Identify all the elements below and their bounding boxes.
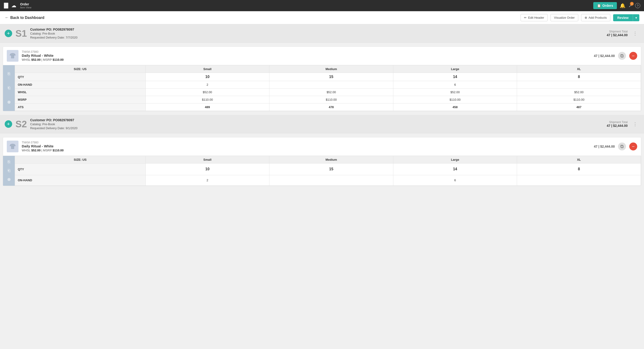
edit-header-label: Edit Header <box>528 16 544 19</box>
notification-button[interactable]: 🔔 <box>620 3 626 8</box>
size-cell-s2-0-1-3 <box>517 175 641 185</box>
product-image-s2-0 <box>7 141 18 152</box>
size-grid-container-s1-0: ⎘⎗⊗SIZE: USSmallMediumLargeXLQTY1015148O… <box>3 65 641 111</box>
size-cell-s1-0-0-1[interactable]: 15 <box>270 73 393 81</box>
size-header-s1-0-4: XL <box>517 65 641 73</box>
help-icon: ? <box>635 3 640 8</box>
size-cell-s2-0-1-1 <box>270 175 393 185</box>
copy-row-icon-button-s1-0[interactable]: ⎘ <box>6 70 12 78</box>
paste-row-icon-button-s2-0[interactable]: ⎗ <box>6 166 12 175</box>
size-cell-s1-0-0-0[interactable]: 10 <box>146 73 270 81</box>
main-content: + S1 Customer PO: PO082978097 Catalog: P… <box>0 24 644 186</box>
shipment-total-label-s1: Shipment Total <box>606 30 628 33</box>
size-header-s2-0-3: Large <box>393 156 517 164</box>
visualize-order-label: Visualize Order <box>554 16 575 19</box>
visualize-order-button[interactable]: Visualize Order <box>550 14 578 21</box>
shipment-header-s2: + S2 Customer PO: PO082978097 Catalog: P… <box>0 115 644 133</box>
orders-label: Orders <box>602 4 613 7</box>
size-cell-s1-0-4-0: 489 <box>146 103 270 111</box>
copy-product-button-s1-0[interactable] <box>618 52 626 60</box>
copy-product-button-s2-0[interactable] <box>618 142 626 150</box>
copy-icon <box>620 145 624 148</box>
add-to-shipment-s2-button[interactable]: + <box>5 120 12 128</box>
clear-row-icon: ⊗ <box>7 99 11 105</box>
nav-title-subtitle: Item View <box>20 6 31 9</box>
orders-icon: 📋 <box>597 4 601 7</box>
back-arrow-icon: ← <box>5 15 9 20</box>
product-row-s1-0: TNKM-37980 Daily Ritual - White WHSL $52… <box>3 47 641 65</box>
size-header-s2-0-4: XL <box>517 156 641 164</box>
remove-icon: − <box>632 53 635 58</box>
product-name-s1-0: Daily Ritual - White <box>22 53 590 57</box>
size-cell-s1-0-2-0: $52.00 <box>146 88 270 96</box>
grid-side-actions-s1-0: ⎘⎗⊗ <box>3 65 15 111</box>
product-row-s2-0: TNKM-37980 Daily Ritual - White WHSL $52… <box>3 137 641 156</box>
size-table-s2-0: SIZE: USSmallMediumLargeXLQTY1015148ON-H… <box>15 156 641 186</box>
size-header-s1-0-0: SIZE: US <box>15 65 146 73</box>
size-cell-s1-0-1-3 <box>517 81 641 88</box>
review-button-group: Review ▾ <box>613 14 639 21</box>
remove-product-button-s1-0[interactable]: − <box>629 52 637 60</box>
share-button[interactable]: ↗ 3 <box>628 3 632 8</box>
orders-button[interactable]: 📋 Orders <box>593 2 617 9</box>
product-qty-price-s1-0: 47 | $2,444.00 <box>594 54 615 58</box>
product-name-s2-0: Daily Ritual - White <box>22 144 590 148</box>
size-cell-s1-0-3-1: $110.00 <box>270 96 393 103</box>
copy-icon <box>620 54 624 58</box>
paste-row-icon-button-s1-0[interactable]: ⎗ <box>6 84 12 92</box>
size-cell-s1-0-3-2: $110.00 <box>393 96 517 103</box>
help-button[interactable]: ? <box>635 3 640 8</box>
product-image-s1-0 <box>7 50 18 62</box>
shipment-po-s1: Customer PO: PO082978097 <box>30 27 78 31</box>
paste-row-icon: ⎗ <box>8 168 10 173</box>
size-row-label-s2-0-0: QTY <box>15 164 146 175</box>
clear-row-icon-button-s1-0[interactable]: ⊗ <box>6 98 13 106</box>
size-cell-s1-0-1-2: 6 <box>393 81 517 88</box>
shipment-details-s1: Customer PO: PO082978097 Catalog: Pre-Bo… <box>30 27 78 39</box>
shipment-header-s1: + S1 Customer PO: PO082978097 Catalog: P… <box>0 24 644 43</box>
size-cell-s1-0-4-3: 487 <box>517 103 641 111</box>
review-button[interactable]: Review <box>613 14 633 21</box>
size-header-s2-0-0: SIZE: US <box>15 156 146 164</box>
back-to-dashboard-button[interactable]: ← Back to Dashboard <box>5 15 44 20</box>
review-dropdown-button[interactable]: ▾ <box>633 14 639 21</box>
remove-icon: − <box>632 144 635 149</box>
size-cell-s1-0-0-3[interactable]: 8 <box>517 73 641 81</box>
size-cell-s2-0-0-3[interactable]: 8 <box>517 164 641 175</box>
hamburger-menu-button[interactable]: ☰ <box>4 2 8 9</box>
shipment-more-button-s1[interactable]: ⋮ <box>631 30 639 37</box>
review-dropdown-icon: ▾ <box>635 16 637 20</box>
size-row-label-s1-0-2: WHSL <box>15 88 146 96</box>
size-cell-s1-0-2-1: $52.00 <box>270 88 393 96</box>
edit-icon: ✏ <box>524 16 526 19</box>
remove-product-button-s2-0[interactable]: − <box>629 142 637 150</box>
size-cell-s2-0-0-0[interactable]: 10 <box>146 164 270 175</box>
product-info-s2-0: TNKM-37980 Daily Ritual - White WHSL $52… <box>22 141 590 152</box>
size-header-s1-0-3: Large <box>393 65 517 73</box>
add-products-button[interactable]: ⊕ Add Products <box>581 14 610 21</box>
clear-row-icon-button-s2-0[interactable]: ⊗ <box>6 175 13 184</box>
size-row-label-s1-0-3: MSRP <box>15 96 146 103</box>
shipment-po-s2: Customer PO: PO082978097 <box>30 118 78 122</box>
shipment-more-button-s2[interactable]: ⋮ <box>631 120 639 128</box>
size-cell-s1-0-0-2[interactable]: 14 <box>393 73 517 81</box>
notification-icon: 🔔 <box>620 3 626 8</box>
share-badge: 3 <box>630 2 634 5</box>
product-sku-s1-0: TNKM-37980 <box>22 50 590 53</box>
size-row-label-s1-0-0: QTY <box>15 73 146 81</box>
size-header-s2-0-1: Small <box>146 156 270 164</box>
shipment-total-s1: Shipment Total 47 | $2,444.00 <box>606 30 628 37</box>
add-to-shipment-s1-button[interactable]: + <box>5 30 12 37</box>
size-cell-s2-0-0-2[interactable]: 14 <box>393 164 517 175</box>
size-cell-s2-0-1-0: 2 <box>146 175 270 185</box>
edit-header-button[interactable]: ✏ Edit Header <box>520 14 548 21</box>
size-cell-s2-0-0-1[interactable]: 15 <box>270 164 393 175</box>
add-products-icon: ⊕ <box>584 16 587 19</box>
size-row-label-s1-0-1: ON-HAND <box>15 81 146 88</box>
product-sku-s2-0: TNKM-37980 <box>22 141 590 144</box>
copy-row-icon: ⎘ <box>8 160 10 164</box>
size-cell-s1-0-1-0: 2 <box>146 81 270 88</box>
nav-title-area: Order Item View <box>20 2 31 9</box>
copy-row-icon-button-s2-0[interactable]: ⎘ <box>6 158 12 166</box>
grid-side-actions-s2-0: ⎘⎗⊗ <box>3 156 15 186</box>
